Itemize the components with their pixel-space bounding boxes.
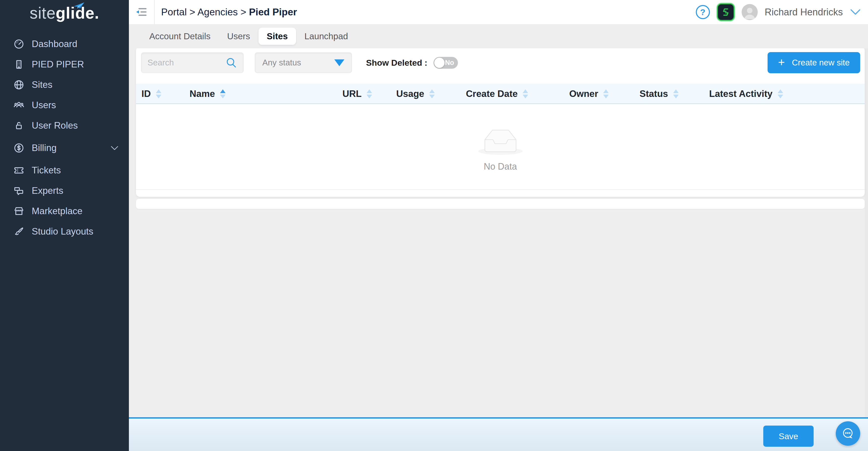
sites-toolbar: Any status Show Deleted : No + Create ne… <box>141 52 860 73</box>
sort-asc-icon <box>156 89 161 93</box>
show-deleted-label: Show Deleted : <box>366 58 428 68</box>
tab-label: Sites <box>267 31 288 41</box>
sidebar-nav: Dashboard PIED PIPER Sites Users <box>0 34 129 241</box>
user-name[interactable]: Richard Hendricks <box>765 7 843 18</box>
sidebar-item-sites[interactable]: Sites <box>0 74 129 95</box>
sort-desc-icon <box>220 95 225 98</box>
dashboard-icon <box>13 38 25 50</box>
search-input[interactable] <box>148 58 225 67</box>
sidebar-item-dashboard[interactable]: Dashboard <box>0 34 129 54</box>
app-root: siteglide. Dashboard PIED PIPER <box>0 0 868 451</box>
column-header-latest-activity[interactable]: Latest Activity <box>709 89 859 99</box>
sort-icons <box>603 89 609 98</box>
ticket-icon <box>13 165 25 176</box>
chat-fab-button[interactable] <box>836 421 860 446</box>
sidebar-item-label: Marketplace <box>32 206 83 217</box>
breadcrumb-current: Pied Piper <box>249 6 297 18</box>
sort-asc-icon <box>429 89 435 93</box>
tab-strip: Account Details Users Sites Launchpad <box>129 24 868 48</box>
siteglide-app-icon[interactable] <box>717 3 735 21</box>
sidebar-item-user-roles[interactable]: User Roles <box>0 115 129 136</box>
column-header-name[interactable]: Name <box>190 89 342 99</box>
sidebar-item-marketplace[interactable]: Marketplace <box>0 201 129 221</box>
lock-icon <box>13 120 25 131</box>
user-menu-chevron-icon[interactable] <box>850 8 861 15</box>
create-new-site-button[interactable]: + Create new site <box>768 52 860 73</box>
dollar-icon <box>13 142 25 154</box>
column-header-id[interactable]: ID <box>142 89 190 99</box>
tab-label: Account Details <box>149 31 211 41</box>
table-empty-state: No Data <box>136 104 865 190</box>
save-button[interactable]: Save <box>763 426 814 447</box>
tab-sites[interactable]: Sites <box>258 28 296 45</box>
table-header-row: ID Name URL Usage Create Date <box>136 84 865 104</box>
sort-asc-icon <box>220 89 225 93</box>
sidebar-item-studio-layouts[interactable]: Studio Layouts <box>0 221 129 241</box>
tab-label: Users <box>227 31 250 41</box>
show-deleted-control: Show Deleted : No <box>366 57 458 69</box>
sidebar-item-label: Tickets <box>32 165 61 176</box>
sort-asc-icon <box>523 89 528 93</box>
sidebar-item-experts[interactable]: Experts <box>0 181 129 201</box>
sidebar-item-label: Users <box>32 100 56 110</box>
column-header-owner[interactable]: Owner <box>569 89 640 99</box>
column-label: Usage <box>396 89 424 99</box>
sort-desc-icon <box>156 95 161 98</box>
sidebar-item-pied-piper[interactable]: PIED PIPER <box>0 54 129 74</box>
sidebar-item-billing[interactable]: Billing <box>0 138 129 158</box>
column-header-usage[interactable]: Usage <box>396 89 466 99</box>
column-header-create-date[interactable]: Create Date <box>466 89 569 99</box>
chat-icon <box>13 185 25 197</box>
column-label: Name <box>190 89 215 99</box>
sort-asc-icon <box>367 89 372 93</box>
sort-asc-icon <box>603 89 609 93</box>
sidebar-item-label: Studio Layouts <box>32 226 93 237</box>
empty-state-text: No Data <box>484 161 517 172</box>
brush-icon <box>13 226 25 237</box>
sort-desc-icon <box>367 95 372 98</box>
help-glyph: ? <box>700 7 705 17</box>
search-box <box>141 52 244 73</box>
building-icon <box>13 59 25 70</box>
sidebar-item-users[interactable]: Users <box>0 95 129 115</box>
tab-launchpad[interactable]: Launchpad <box>296 24 356 48</box>
scrollbar[interactable] <box>865 24 868 417</box>
sidebar-item-label: Billing <box>32 143 57 153</box>
sidebar-item-label: Sites <box>32 79 52 90</box>
sort-icons <box>367 89 372 98</box>
siteglide-logo[interactable]: siteglide. <box>0 0 129 26</box>
table-footer-strip <box>136 199 865 209</box>
avatar[interactable] <box>742 4 758 20</box>
topbar-divider <box>154 0 155 24</box>
users-icon <box>13 99 25 111</box>
sort-icons <box>673 89 679 98</box>
column-label: Owner <box>569 89 598 99</box>
plus-icon: + <box>778 56 785 68</box>
sidebar-item-tickets[interactable]: Tickets <box>0 160 129 181</box>
help-icon[interactable]: ? <box>696 5 710 19</box>
column-header-status[interactable]: Status <box>640 89 709 99</box>
sidebar: siteglide. Dashboard PIED PIPER <box>0 0 129 451</box>
column-label: Latest Activity <box>709 89 773 99</box>
column-label: URL <box>342 89 362 99</box>
sidebar-item-label: Dashboard <box>32 39 77 49</box>
collapse-sidebar-icon[interactable] <box>135 6 148 18</box>
chat-bubble-icon <box>841 427 855 441</box>
column-header-url[interactable]: URL <box>342 89 396 99</box>
sort-icons <box>429 89 435 98</box>
bottom-action-bar: Save <box>129 417 868 451</box>
sort-desc-icon <box>673 95 679 98</box>
sort-asc-icon <box>673 89 679 93</box>
tab-account-details[interactable]: Account Details <box>141 24 219 48</box>
create-new-site-label: Create new site <box>792 58 849 67</box>
tab-users[interactable]: Users <box>219 24 258 48</box>
show-deleted-toggle[interactable]: No <box>434 57 458 69</box>
sidebar-item-label: Experts <box>32 186 63 196</box>
breadcrumb-prefix[interactable]: Portal > Agencies > <box>161 6 249 18</box>
main-area: Portal > Agencies > Pied Piper ? <box>129 0 868 451</box>
status-filter-select[interactable]: Any status <box>255 52 352 73</box>
search-icon[interactable] <box>225 57 237 68</box>
globe-icon <box>13 79 25 91</box>
sort-icons <box>778 89 783 98</box>
breadcrumb[interactable]: Portal > Agencies > Pied Piper <box>161 6 297 18</box>
